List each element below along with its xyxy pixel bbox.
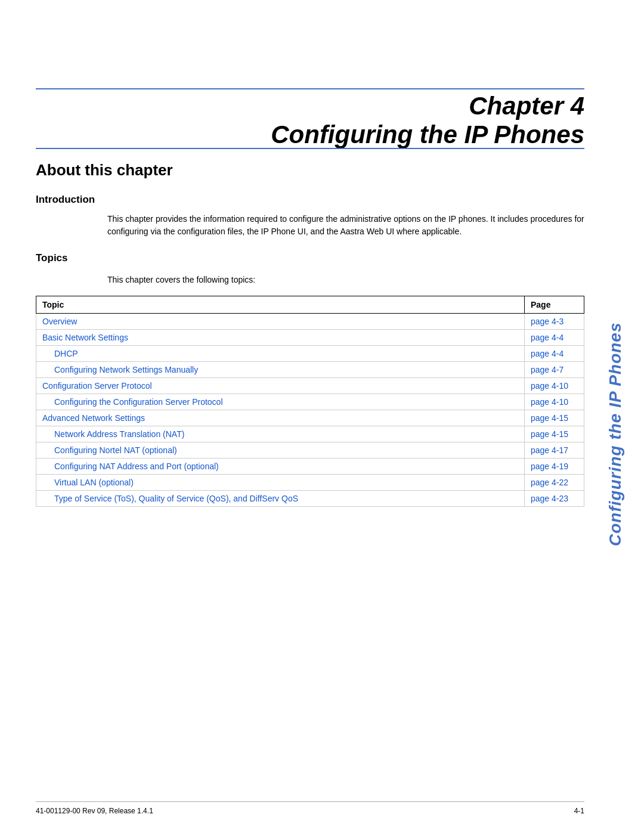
title-bottom-rule [36,148,584,149]
page-cell[interactable]: page 4-17 [525,442,584,459]
topic-cell[interactable]: Configuring Network Settings Manually [36,362,525,378]
table-row: Configuring Network Settings Manuallypag… [36,362,584,378]
topics-intro-text: This chapter covers the following topics… [107,274,584,286]
page-container: Chapter 4 Configuring the IP Phones Conf… [0,0,644,833]
topic-cell[interactable]: Overview [36,314,525,330]
page-cell[interactable]: page 4-23 [525,491,584,507]
topics-table: Topic Page Overviewpage 4-3Basic Network… [36,296,584,507]
intro-text: This chapter provides the information re… [107,213,584,238]
topics-heading: Topics [36,252,584,264]
table-row: Configuring NAT Address and Port (option… [36,459,584,475]
topic-cell[interactable]: Basic Network Settings [36,330,525,346]
table-row: Basic Network Settingspage 4-4 [36,330,584,346]
side-text: Configuring the IP Phones [597,83,633,785]
page-cell[interactable]: page 4-4 [525,346,584,362]
footer-left: 41-001129-00 Rev 09, Release 1.4.1 [36,807,153,815]
topic-cell[interactable]: Network Address Translation (NAT) [36,426,525,442]
page-cell[interactable]: page 4-4 [525,330,584,346]
main-content: About this chapter Introduction This cha… [36,161,584,507]
topic-cell[interactable]: Virtual LAN (optional) [36,475,525,491]
page-cell[interactable]: page 4-15 [525,410,584,426]
topic-cell[interactable]: Configuration Server Protocol [36,378,525,394]
table-row: Network Address Translation (NAT)page 4-… [36,426,584,442]
page-cell[interactable]: page 4-7 [525,362,584,378]
topic-cell[interactable]: Configuring Nortel NAT (optional) [36,442,525,459]
table-row: Configuring the Configuration Server Pro… [36,394,584,410]
table-row: Type of Service (ToS), Quality of Servic… [36,491,584,507]
table-row: Overviewpage 4-3 [36,314,584,330]
top-rule [36,88,584,89]
col-header-page: Page [525,296,584,314]
topic-cell[interactable]: DHCP [36,346,525,362]
page-cell[interactable]: page 4-19 [525,459,584,475]
chapter-title-area: Chapter 4 Configuring the IP Phones [36,92,584,150]
footer: 41-001129-00 Rev 09, Release 1.4.1 4-1 [36,801,584,815]
table-row: Virtual LAN (optional)page 4-22 [36,475,584,491]
page-cell[interactable]: page 4-15 [525,426,584,442]
topic-cell[interactable]: Configuring the Configuration Server Pro… [36,394,525,410]
col-header-topic: Topic [36,296,525,314]
page-cell[interactable]: page 4-10 [525,394,584,410]
page-cell[interactable]: page 4-10 [525,378,584,394]
page-cell[interactable]: page 4-3 [525,314,584,330]
table-row: Configuration Server Protocolpage 4-10 [36,378,584,394]
topic-cell[interactable]: Configuring NAT Address and Port (option… [36,459,525,475]
about-heading: About this chapter [36,161,584,179]
table-row: Configuring Nortel NAT (optional)page 4-… [36,442,584,459]
table-row: Advanced Network Settingspage 4-15 [36,410,584,426]
topic-cell[interactable]: Advanced Network Settings [36,410,525,426]
footer-right: 4-1 [574,807,584,815]
topic-cell[interactable]: Type of Service (ToS), Quality of Servic… [36,491,525,507]
intro-heading: Introduction [36,194,584,206]
chapter-main-title: Configuring the IP Phones [36,120,584,150]
page-cell[interactable]: page 4-22 [525,475,584,491]
table-row: DHCPpage 4-4 [36,346,584,362]
chapter-label: Chapter 4 [36,92,584,120]
